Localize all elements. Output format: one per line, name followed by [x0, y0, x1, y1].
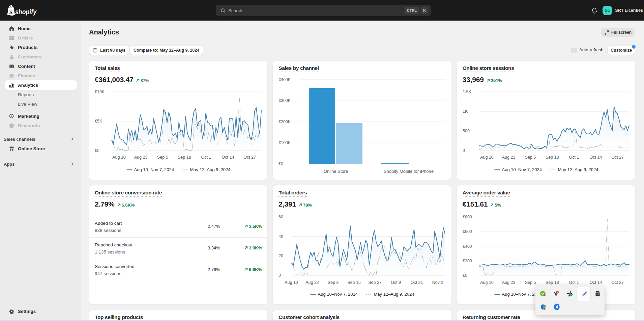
svg-text:€400: €400 — [463, 244, 472, 249]
svg-text:Aug 10–Nov 7, 2024: Aug 10–Nov 7, 2024 — [502, 167, 542, 172]
svg-text:Aug 23: Aug 23 — [134, 155, 148, 160]
svg-text:Oct 21: Oct 21 — [411, 280, 423, 285]
svg-text:Oct 27: Oct 27 — [243, 155, 256, 160]
svg-text:1K: 1K — [463, 109, 468, 114]
svg-text:Sep 18: Sep 18 — [178, 155, 191, 160]
svg-text:Shopify Mobile for iPhone: Shopify Mobile for iPhone — [384, 169, 434, 174]
svg-text:Online Store: Online Store — [324, 169, 348, 174]
svg-text:Oct 1: Oct 1 — [201, 155, 211, 160]
svg-text:Sep 3: Sep 3 — [328, 280, 339, 285]
svg-text:€800: €800 — [463, 215, 472, 219]
svg-text:Oct 14: Oct 14 — [589, 280, 602, 285]
svg-text:€200K: €200K — [279, 119, 291, 124]
svg-text:Aug 10–Nov 7, 2024: Aug 10–Nov 7, 2024 — [134, 167, 174, 172]
svg-text:S: S — [9, 9, 13, 16]
svg-text:Sep 5: Sep 5 — [525, 280, 536, 285]
svg-text:60: 60 — [279, 215, 283, 219]
svg-text:Oct 1: Oct 1 — [569, 155, 579, 160]
svg-text:May 12–Aug 9, 2024: May 12–Aug 9, 2024 — [558, 167, 598, 172]
svg-text:0: 0 — [279, 273, 281, 278]
svg-text:Aug 10: Aug 10 — [285, 280, 298, 285]
svg-text:Aug 10: Aug 10 — [480, 280, 494, 285]
svg-text:Aug 23: Aug 23 — [502, 280, 515, 285]
svg-text:€600: €600 — [463, 229, 472, 234]
svg-text:€5K: €5K — [95, 119, 103, 124]
svg-text:Oct 1: Oct 1 — [569, 280, 579, 285]
svg-text:€0: €0 — [463, 273, 467, 278]
svg-text:Oct 14: Oct 14 — [222, 155, 234, 160]
svg-text:€200: €200 — [463, 259, 472, 263]
svg-text:Oct 27: Oct 27 — [611, 280, 624, 285]
svg-text:500: 500 — [463, 129, 470, 133]
svg-text:Aug 10: Aug 10 — [480, 155, 494, 160]
svg-text:€300K: €300K — [279, 98, 291, 103]
svg-text:Sep 15: Sep 15 — [347, 280, 361, 285]
svg-text:€0: €0 — [279, 162, 283, 166]
svg-text:Nov 2: Nov 2 — [432, 280, 443, 285]
svg-text:Oct 9: Oct 9 — [391, 280, 401, 285]
svg-text:Oct 27: Oct 27 — [611, 155, 624, 160]
svg-text:Aug 23: Aug 23 — [502, 155, 515, 160]
svg-text:Sep 5: Sep 5 — [157, 155, 168, 160]
svg-text:Sep 5: Sep 5 — [525, 155, 536, 160]
svg-text:Sep 18: Sep 18 — [546, 155, 559, 160]
svg-text:Aug 22: Aug 22 — [305, 280, 319, 285]
svg-text:0: 0 — [463, 148, 465, 153]
svg-text:1.5K: 1.5K — [463, 89, 471, 94]
svg-text:Sep 27: Sep 27 — [368, 280, 382, 285]
svg-text:Sep 18: Sep 18 — [546, 280, 559, 285]
svg-text:Aug 10–Nov 7, 2024: Aug 10–Nov 7, 2024 — [318, 292, 358, 297]
svg-text:Aug 10: Aug 10 — [112, 155, 126, 160]
svg-text:€100K: €100K — [279, 140, 291, 145]
svg-text:€400K: €400K — [279, 77, 291, 82]
svg-text:May 12–Aug 9, 2024: May 12–Aug 9, 2024 — [190, 167, 231, 172]
svg-text:20: 20 — [279, 253, 283, 258]
svg-text:40: 40 — [279, 234, 283, 239]
svg-text:shopify: shopify — [15, 8, 37, 16]
svg-text:€0: €0 — [95, 148, 99, 153]
svg-text:€10K: €10K — [95, 89, 105, 94]
svg-text:Oct 14: Oct 14 — [589, 155, 602, 160]
svg-text:May 12–Aug 9, 2024: May 12–Aug 9, 2024 — [374, 292, 414, 297]
